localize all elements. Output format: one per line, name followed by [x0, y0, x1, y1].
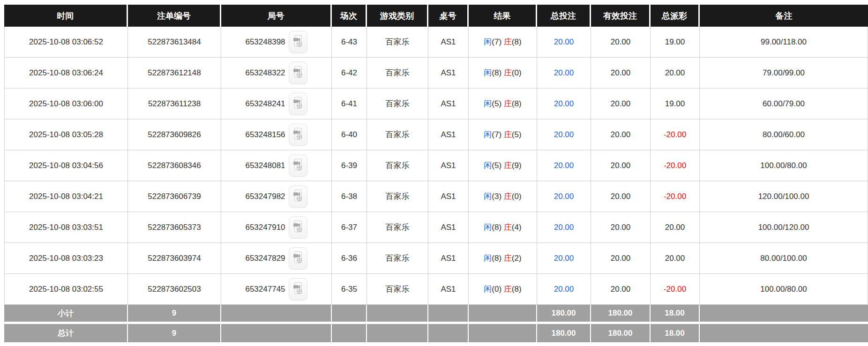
column-header-time: 时间 — [4, 5, 128, 27]
valid-bet: 20.00 — [591, 88, 651, 119]
grandtotal-row-empty-cell — [428, 324, 469, 342]
result-player-label: 闲 — [484, 99, 492, 108]
table-number: AS1 — [428, 88, 469, 119]
table-header: 时间注单编号局号场次游戏类别桌号结果总投注有效投注总派彩备注 — [4, 5, 868, 27]
valid-bet: 20.00 — [591, 243, 651, 274]
result-banker-label: 庄 — [504, 99, 512, 108]
grandtotal-row-valid-bet: 180.00 — [591, 324, 651, 342]
result-cell: 闲(3) 庄(0) — [469, 181, 537, 212]
bet-history-table: 时间注单编号局号场次游戏类别桌号结果总投注有效投注总派彩备注 2025-10-0… — [4, 5, 868, 342]
round-id: 653248398 — [245, 37, 285, 47]
video-replay-button[interactable] — [289, 155, 307, 177]
column-header-session: 场次 — [332, 5, 367, 27]
subtotal-row-empty-cell — [428, 305, 469, 324]
result-cell: 闲(7) 庄(8) — [469, 27, 537, 58]
remark: 60.00/79.00 — [700, 88, 868, 119]
bet-id: 522873612148 — [128, 58, 221, 88]
video-replay-button[interactable] — [289, 62, 307, 84]
result-player-points: (8) — [492, 254, 501, 263]
remark: 120.00/100.00 — [700, 181, 868, 212]
column-header-total_bet: 总投注 — [537, 5, 591, 27]
bet-id: 522873602503 — [128, 274, 221, 305]
total-bet-cell: 20.00 — [537, 119, 591, 150]
table-number: AS1 — [428, 274, 469, 305]
total-bet-link[interactable]: 20.00 — [554, 37, 574, 46]
total-bet-link[interactable]: 20.00 — [554, 68, 574, 77]
subtotal-row-total-bet: 180.00 — [537, 305, 591, 324]
total-bet-cell: 20.00 — [537, 274, 591, 305]
result-banker-points: (0) — [512, 192, 522, 201]
result-player-label: 闲 — [484, 223, 492, 232]
table-row: 2025-10-08 03:03:23522873603974653247829… — [4, 243, 868, 274]
payout: -20.00 — [651, 274, 700, 305]
result-cell: 闲(8) 庄(2) — [469, 243, 537, 274]
video-replay-icon — [292, 35, 304, 49]
video-replay-button[interactable] — [289, 31, 307, 53]
table-number: AS1 — [428, 150, 469, 181]
result-player-points: (7) — [492, 37, 501, 46]
remark: 99.00/118.00 — [700, 27, 868, 58]
video-replay-button[interactable] — [289, 278, 307, 301]
video-replay-button[interactable] — [289, 124, 307, 146]
video-replay-icon — [292, 282, 304, 296]
bet-id: 522873608346 — [128, 150, 221, 181]
round-id: 653247829 — [245, 254, 285, 263]
session-number: 6-35 — [332, 274, 367, 305]
table-row: 2025-10-08 03:05:28522873609826653248156… — [4, 119, 868, 150]
total-bet-link[interactable]: 20.00 — [554, 192, 574, 201]
column-header-remark: 备注 — [700, 5, 868, 27]
round-cell: 653248398 — [221, 27, 332, 58]
video-replay-icon — [292, 220, 304, 235]
bet-time: 2025-10-08 03:03:23 — [4, 243, 128, 274]
video-replay-button[interactable] — [289, 93, 307, 115]
grandtotal-row-total-bet: 180.00 — [537, 324, 591, 342]
total-bet-link[interactable]: 20.00 — [554, 254, 574, 263]
bet-history-page: 时间注单编号局号场次游戏类别桌号结果总投注有效投注总派彩备注 2025-10-0… — [0, 0, 868, 342]
grandtotal-row-empty-cell — [700, 324, 868, 342]
bet-time: 2025-10-08 03:04:56 — [4, 150, 128, 181]
video-replay-icon — [292, 251, 304, 265]
total-bet-link[interactable]: 20.00 — [554, 285, 574, 294]
game-type: 百家乐 — [367, 150, 428, 181]
table-number: AS1 — [428, 119, 469, 150]
video-replay-button[interactable] — [289, 216, 307, 239]
result-banker-label: 庄 — [504, 68, 512, 77]
payout: 20.00 — [651, 243, 700, 274]
table-row: 2025-10-08 03:03:51522873605373653247910… — [4, 212, 868, 243]
bet-time: 2025-10-08 03:06:00 — [4, 88, 128, 119]
total-bet-link[interactable]: 20.00 — [554, 130, 574, 139]
round-id: 653247745 — [245, 285, 285, 294]
video-replay-button[interactable] — [289, 247, 307, 270]
round-cell: 653247982 — [221, 181, 332, 212]
result-banker-points: (5) — [512, 130, 522, 139]
grandtotal-row-label: 总计 — [4, 324, 128, 342]
total-bet-cell: 20.00 — [537, 88, 591, 119]
table-row: 2025-10-08 03:06:52522873613484653248398… — [4, 27, 868, 58]
session-number: 6-37 — [332, 212, 367, 243]
round-id: 653248156 — [245, 130, 285, 140]
table-number: AS1 — [428, 243, 469, 274]
grandtotal-row-empty-cell — [469, 324, 537, 342]
table-row: 2025-10-08 03:04:56522873608346653248081… — [4, 150, 868, 181]
total-bet-link[interactable]: 20.00 — [554, 223, 574, 232]
result-banker-points: (9) — [512, 161, 522, 170]
round-cell: 653247829 — [221, 243, 332, 274]
bet-id: 522873603974 — [128, 243, 221, 274]
session-number: 6-40 — [332, 119, 367, 150]
result-banker-label: 庄 — [504, 223, 512, 232]
round-cell: 653248322 — [221, 58, 332, 88]
video-replay-button[interactable] — [289, 185, 307, 208]
video-replay-icon — [292, 96, 304, 111]
total-bet-link[interactable]: 20.00 — [554, 161, 574, 170]
payout: 19.00 — [651, 88, 700, 119]
remark: 100.00/120.00 — [700, 212, 868, 243]
table-number: AS1 — [428, 212, 469, 243]
column-header-result: 结果 — [469, 5, 537, 27]
column-header-valid_bet: 有效投注 — [591, 5, 651, 27]
result-player-label: 闲 — [484, 192, 492, 201]
total-bet-cell: 20.00 — [537, 150, 591, 181]
valid-bet: 20.00 — [591, 150, 651, 181]
round-id: 653247910 — [245, 223, 285, 232]
total-bet-link[interactable]: 20.00 — [554, 99, 574, 108]
valid-bet: 20.00 — [591, 58, 651, 88]
